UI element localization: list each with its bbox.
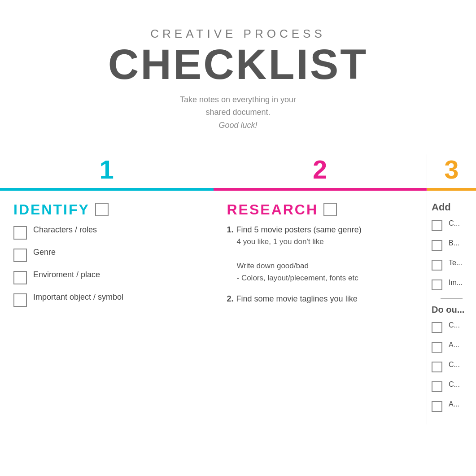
numbered-item-1: 1. Find 5 movie posters (same genre) 4 y… (227, 225, 418, 284)
col-3-list-item: B... (432, 239, 472, 251)
col-3-item-3: Te... (449, 259, 462, 267)
checkbox-object[interactable] (13, 293, 27, 307)
item-2-number: 2. (227, 294, 234, 304)
col-3-divider (441, 298, 463, 299)
checkbox-genre[interactable] (13, 249, 27, 262)
item-object: Important object / symbol (33, 293, 123, 302)
col-3-do-item: A... (432, 341, 472, 353)
header-desc-line3: Good luck! (218, 121, 257, 130)
col-3-do-checkbox-3[interactable] (432, 362, 442, 372)
col-3-do-item: C... (432, 321, 472, 333)
col-1-header: IDENTIFY (0, 191, 214, 225)
header-title: CHECKLIST (0, 41, 476, 88)
col-3-do-text-4: C... (449, 380, 460, 389)
col-3-add-title: Add (432, 201, 472, 213)
col-3-do-title: Do ou... (432, 305, 472, 315)
col-3-list-item: C... (432, 219, 472, 231)
col-3-do-item: A... (432, 400, 472, 412)
col-2-number: 2 (214, 154, 427, 188)
header-subtitle: CREATIVE PROCESS (0, 27, 476, 41)
numbered-item-2: 2. Find some movie taglines you like (227, 294, 418, 304)
list-item: Important object / symbol (13, 293, 205, 307)
col-3-do-checkbox-2[interactable] (432, 342, 442, 353)
col-3-checkbox-3[interactable] (432, 260, 442, 271)
col-3-checkbox-1[interactable] (432, 220, 442, 231)
col-1-number: 1 (0, 154, 214, 188)
item-1-main: Find 5 movie posters (same genre) (236, 225, 362, 235)
col-3-do-checkbox-4[interactable] (432, 381, 442, 392)
numbered-item-2-header: 2. Find some movie taglines you like (227, 294, 418, 304)
col-3-do-text-1: C... (449, 321, 460, 329)
item-characters: Characters / roles (33, 225, 97, 235)
col-2-title: RESEARCH (227, 201, 319, 218)
checkbox-characters[interactable] (13, 226, 27, 240)
col-3-number: 3 (427, 154, 476, 188)
col-2-content: 1. Find 5 movie posters (same genre) 4 y… (214, 225, 427, 323)
item-genre: Genre (33, 248, 56, 257)
col-3-do-item: C... (432, 380, 472, 392)
checkbox-environment[interactable] (13, 271, 27, 284)
col-3-item-4: Im... (449, 279, 463, 287)
col-2-header: RESEARCH (214, 191, 427, 225)
header-desc-line2: shared document. (205, 108, 270, 117)
col-3-item-2: B... (449, 239, 459, 247)
item-1-number: 1. (227, 225, 234, 235)
header: CREATIVE PROCESS CHECKLIST Take notes on… (0, 0, 476, 141)
col-3-checkbox-4[interactable] (432, 279, 442, 290)
header-desc: Take notes on everything in your shared … (0, 93, 476, 132)
item-environment: Enviroment / place (33, 270, 100, 279)
col-1-checkbox[interactable] (95, 203, 109, 216)
col-3-item-1: C... (449, 219, 460, 227)
item-1-sub-1: 4 you like, 1 you don't like Write down … (227, 236, 418, 284)
list-item: Characters / roles (13, 225, 205, 240)
col-3-list-item: Te... (432, 259, 472, 271)
col-3-do-text-3: C... (449, 361, 460, 369)
list-item: Genre (13, 248, 205, 262)
header-desc-line1: Take notes on everything in your (180, 95, 296, 104)
col-3-add-section: Add C... B... Te... Im... (427, 191, 476, 424)
page: CREATIVE PROCESS CHECKLIST Take notes on… (0, 0, 476, 476)
column-research: 2 RESEARCH 1. Find 5 movie posters (same… (214, 154, 427, 424)
col-3-do-item: C... (432, 361, 472, 372)
col-3-do-checkbox-5[interactable] (432, 401, 442, 412)
column-identify: 1 IDENTIFY Characters / roles Genre Envi… (0, 154, 214, 424)
col-3-do-text-2: A... (449, 341, 459, 349)
col-3-list-item: Im... (432, 279, 472, 290)
col-3-checkbox-2[interactable] (432, 240, 442, 251)
col-1-title: IDENTIFY (13, 201, 90, 218)
columns-container: 1 IDENTIFY Characters / roles Genre Envi… (0, 154, 476, 424)
numbered-item-1-header: 1. Find 5 movie posters (same genre) (227, 225, 418, 235)
col-3-do-checkbox-1[interactable] (432, 322, 442, 333)
col-3-do-text-5: A... (449, 400, 459, 408)
col-2-checkbox[interactable] (323, 203, 337, 216)
col-1-content: Characters / roles Genre Enviroment / pl… (0, 225, 214, 324)
item-2-main: Find some movie taglines you like (236, 294, 358, 304)
list-item: Enviroment / place (13, 270, 205, 284)
column-3: 3 Add C... B... Te... Im... (427, 154, 476, 424)
